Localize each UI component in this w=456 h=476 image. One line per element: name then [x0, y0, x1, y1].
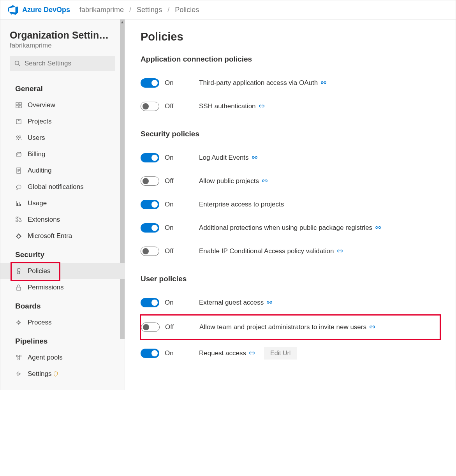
toggle-request-access[interactable] [141, 349, 159, 358]
toggle-ip-ca[interactable] [141, 247, 159, 256]
svg-rect-22 [17, 287, 21, 290]
sidebar-item-permissions[interactable]: Permissions [0, 279, 125, 296]
svg-point-15 [16, 185, 21, 189]
users-icon [15, 134, 22, 141]
main-panel: Policies Application connection policies… [125, 19, 456, 390]
sidebar-item-entra[interactable]: Microsoft Entra [0, 228, 125, 244]
section-user: User policies [141, 275, 440, 283]
policy-row-package-registries: On Additional protections when using pub… [141, 216, 440, 240]
usage-icon [15, 200, 22, 207]
link-icon[interactable] [249, 351, 255, 356]
sidebar-item-usage[interactable]: Usage [0, 195, 125, 212]
projects-icon [15, 118, 22, 125]
policy-row-oauth: On Third-party application access via OA… [141, 71, 440, 95]
sidebar-item-label: Usage [28, 199, 47, 207]
policy-label: Allow public projects [199, 177, 259, 185]
svg-point-9 [19, 136, 21, 138]
sidebar-item-auditing[interactable]: Auditing [0, 162, 125, 179]
auditing-icon [15, 167, 22, 174]
svg-point-0 [15, 61, 19, 65]
sidebar-item-settings[interactable]: Settings [0, 366, 125, 382]
toggle-state-label: Off [165, 323, 174, 331]
breadcrumb: Azure DevOps fabrikamprime / Settings / … [0, 0, 456, 19]
sidebar-item-billing[interactable]: Billing [0, 146, 125, 162]
toggle-oauth[interactable] [141, 78, 159, 88]
toggle-audit[interactable] [141, 153, 159, 162]
section-security: Security policies [141, 130, 440, 138]
svg-rect-2 [16, 102, 18, 105]
toggle-package-registries[interactable] [141, 223, 159, 233]
toggle-state-label: On [165, 154, 174, 162]
sidebar-item-overview[interactable]: Overview [0, 97, 125, 113]
entra-icon [15, 233, 22, 240]
permissions-icon [15, 284, 22, 291]
policy-label: Log Audit Events [199, 154, 249, 162]
shield-badge-icon [53, 371, 58, 377]
sidebar: ▲ Organization Settin… fabrikamprime Gen… [0, 19, 125, 390]
svg-point-10 [18, 154, 18, 155]
toggle-state-label: On [165, 224, 174, 232]
link-icon[interactable] [370, 324, 375, 330]
sidebar-item-process[interactable]: Process [0, 314, 125, 331]
toggle-invite-users[interactable] [141, 323, 160, 332]
sidebar-item-global-notifications[interactable]: Global notifications [0, 179, 125, 195]
toggle-enterprise-access[interactable] [141, 200, 159, 209]
policy-label: Request access [199, 349, 246, 357]
sidebar-item-label: Billing [28, 150, 45, 158]
sidebar-item-label: Auditing [28, 167, 51, 175]
link-icon[interactable] [337, 249, 343, 254]
sidebar-item-label: Projects [28, 118, 51, 125]
toggle-ssh[interactable] [141, 102, 159, 111]
billing-icon [15, 151, 22, 158]
breadcrumb-product[interactable]: Azure DevOps [22, 6, 70, 14]
edit-url-button[interactable]: Edit Url [264, 347, 297, 360]
overview-icon [15, 102, 22, 109]
sidebar-item-label: Users [28, 134, 45, 142]
process-icon [15, 319, 22, 326]
link-icon[interactable] [375, 225, 381, 231]
sidebar-section-boards: Boards [0, 296, 125, 314]
svg-rect-3 [19, 102, 21, 105]
link-icon[interactable] [262, 178, 268, 184]
sidebar-item-projects[interactable]: Projects [0, 113, 125, 130]
sidebar-item-label: Overview [28, 101, 55, 109]
svg-point-30 [18, 373, 20, 375]
sidebar-item-agent-pools[interactable]: Agent pools [0, 349, 125, 366]
sidebar-scrollbar[interactable] [120, 19, 125, 339]
sidebar-item-extensions[interactable]: Extensions [0, 212, 125, 228]
policy-label: Enterprise access to projects [199, 201, 284, 208]
sidebar-item-label: Microsoft Entra [28, 232, 72, 240]
sidebar-item-label: Settings [28, 370, 51, 378]
toggle-guest-access[interactable] [141, 298, 159, 307]
breadcrumb-settings[interactable]: Settings [137, 6, 162, 14]
policies-highlight [11, 262, 60, 281]
policy-label: SSH authentication [199, 102, 256, 110]
link-icon[interactable] [321, 80, 326, 86]
sidebar-item-label: Process [28, 319, 51, 326]
breadcrumb-separator: / [167, 6, 169, 14]
link-icon[interactable] [267, 300, 272, 305]
link-icon[interactable] [252, 155, 257, 160]
policy-row-request-access: On Request access Edit Url [141, 340, 440, 367]
sidebar-item-users[interactable]: Users [0, 130, 125, 146]
svg-rect-20 [20, 204, 21, 206]
notifications-icon [15, 183, 22, 190]
breadcrumb-org[interactable]: fabrikamprime [79, 6, 124, 14]
toggle-state-label: Off [165, 247, 173, 255]
toggle-state-label: On [165, 299, 174, 307]
sidebar-item-label: Permissions [28, 284, 64, 291]
search-settings-field[interactable] [25, 60, 111, 67]
link-icon[interactable] [259, 104, 264, 109]
section-app-connection: Application connection policies [141, 55, 440, 63]
svg-line-28 [18, 357, 18, 358]
search-icon [14, 60, 21, 67]
policy-row-invite-users: Off Allow team and project administrator… [140, 314, 441, 340]
search-settings-input[interactable] [10, 56, 115, 71]
toggle-public-projects[interactable] [141, 176, 159, 186]
svg-line-1 [19, 65, 20, 66]
svg-rect-18 [17, 203, 18, 206]
breadcrumb-policies[interactable]: Policies [175, 6, 199, 14]
breadcrumb-separator: / [129, 6, 131, 14]
svg-rect-4 [16, 106, 18, 108]
scrollbar-up-arrow-icon[interactable]: ▲ [120, 19, 125, 25]
